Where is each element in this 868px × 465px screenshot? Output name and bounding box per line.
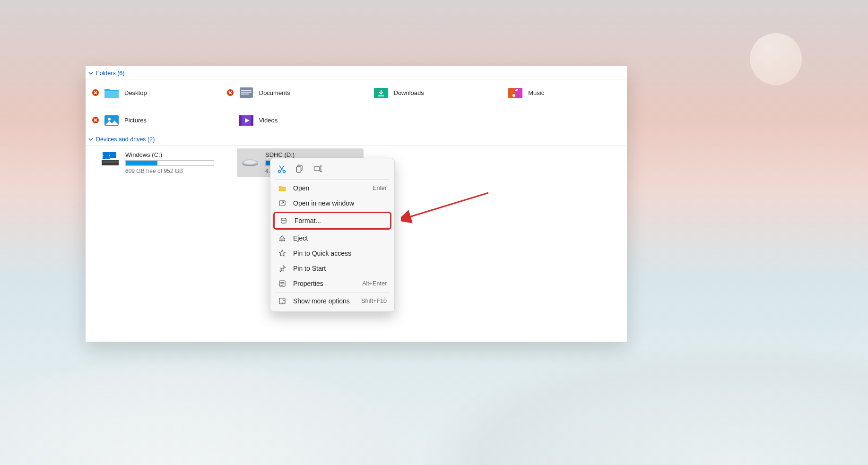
folder-icon	[104, 86, 120, 99]
svg-rect-3	[241, 92, 252, 93]
sync-error-icon	[227, 89, 234, 96]
sdhc-drive-icon	[241, 151, 260, 167]
folder-label: Videos	[259, 117, 278, 124]
folder-documents[interactable]: Documents	[224, 82, 354, 103]
svg-rect-38	[280, 285, 283, 285]
format-icon	[279, 216, 288, 225]
menu-item-eject[interactable]: Eject	[273, 231, 391, 246]
sync-error-icon	[92, 117, 99, 123]
menu-label: Format...	[295, 217, 321, 224]
drive-capacity-bar	[125, 160, 214, 166]
menu-label: Properties	[293, 280, 323, 287]
more-options-icon	[278, 297, 286, 305]
menu-item-properties[interactable]: Properties Alt+Enter	[273, 276, 391, 291]
menu-shortcut: Enter	[373, 185, 387, 191]
menu-shortcut: Shift+F10	[361, 298, 387, 304]
cut-icon[interactable]	[277, 164, 286, 173]
properties-icon	[278, 279, 286, 288]
svg-rect-6	[378, 95, 384, 96]
svg-point-33	[281, 218, 286, 221]
svg-rect-14	[251, 115, 253, 126]
menu-label: Pin to Start	[293, 265, 326, 272]
folder-music[interactable]: Music	[493, 82, 623, 103]
svg-rect-36	[280, 282, 284, 283]
svg-point-41	[282, 303, 283, 304]
svg-point-28	[283, 170, 286, 172]
svg-point-11	[108, 118, 111, 121]
folders-grid: Desktop Documents Downloads	[86, 79, 627, 132]
svg-rect-22	[103, 156, 106, 159]
svg-point-9	[512, 94, 515, 97]
drive-capacity-fill	[126, 161, 157, 165]
svg-point-27	[278, 170, 281, 172]
folder-pictures[interactable]: Pictures	[89, 110, 219, 130]
pictures-folder-icon	[104, 113, 120, 127]
folder-downloads[interactable]: Downloads	[359, 82, 489, 103]
menu-item-show-more-options[interactable]: Show more options Shift+F10	[273, 293, 391, 309]
wallpaper-moon	[750, 33, 802, 85]
open-new-window-icon	[278, 199, 286, 207]
folders-section-title: Folders (6)	[96, 70, 124, 77]
folder-videos[interactable]: Videos	[224, 110, 354, 130]
music-folder-icon	[507, 86, 523, 99]
folder-label: Documents	[259, 89, 290, 96]
downloads-folder-icon	[373, 86, 389, 99]
svg-rect-4	[241, 94, 249, 95]
menu-item-pin-start[interactable]: Pin to Start	[273, 261, 391, 276]
folder-open-icon	[278, 184, 286, 192]
menu-label: Open in new window	[293, 199, 354, 207]
videos-folder-icon	[238, 113, 254, 127]
folder-label: Pictures	[124, 117, 147, 124]
chevron-down-icon	[88, 137, 93, 142]
rename-icon[interactable]	[313, 164, 322, 173]
svg-rect-21	[106, 152, 110, 155]
menu-separator	[275, 292, 390, 293]
svg-point-42	[284, 303, 285, 304]
context-menu-toolbar	[273, 161, 391, 178]
drive-info: Windows (C:) 609 GB free of 952 GB	[125, 151, 220, 174]
svg-rect-2	[241, 90, 252, 91]
folder-label: Downloads	[394, 89, 424, 96]
menu-item-pin-quick-access[interactable]: Pin to Quick access	[273, 246, 391, 261]
svg-rect-0	[104, 91, 119, 98]
pin-icon	[278, 264, 286, 273]
chevron-down-icon	[88, 71, 93, 76]
drive-windows-c[interactable]: Windows (C:) 609 GB free of 952 GB	[97, 148, 224, 177]
svg-rect-23	[106, 156, 110, 159]
svg-rect-37	[280, 284, 284, 284]
sync-error-icon	[92, 89, 99, 96]
drives-section-title: Devices and drives (2)	[96, 136, 155, 143]
copy-icon[interactable]	[295, 164, 304, 173]
svg-point-26	[244, 160, 256, 164]
windows-drive-icon	[101, 151, 120, 167]
folder-label: Music	[528, 89, 544, 96]
documents-folder-icon	[238, 86, 254, 99]
folders-section-header[interactable]: Folders (6)	[86, 67, 627, 79]
drive-name: SDHC (D:)	[265, 151, 360, 158]
menu-label: Open	[293, 184, 309, 192]
svg-rect-18	[110, 152, 116, 158]
drive-free-text: 609 GB free of 952 GB	[125, 168, 220, 174]
svg-rect-34	[280, 240, 285, 241]
menu-item-open-new-window[interactable]: Open in new window	[273, 196, 391, 211]
menu-label: Pin to Quick access	[293, 250, 351, 257]
menu-item-format[interactable]: Format...	[273, 212, 391, 230]
svg-point-40	[281, 303, 282, 304]
menu-label: Show more options	[293, 297, 350, 305]
folder-label: Desktop	[124, 89, 147, 96]
drive-name: Windows (C:)	[125, 151, 220, 158]
menu-shortcut: Alt+Enter	[362, 280, 387, 287]
star-icon	[278, 249, 286, 258]
menu-label: Eject	[293, 234, 308, 242]
menu-separator	[275, 179, 390, 180]
svg-rect-16	[103, 161, 118, 163]
folder-desktop[interactable]: Desktop	[89, 82, 219, 103]
menu-item-open[interactable]: Open Enter	[273, 181, 391, 196]
svg-rect-31	[314, 167, 320, 171]
svg-rect-13	[239, 115, 242, 126]
svg-rect-20	[103, 152, 106, 155]
svg-rect-30	[296, 167, 301, 172]
eject-icon	[278, 234, 286, 242]
context-menu: Open Enter Open in new window Format... …	[270, 158, 395, 312]
drives-section-header[interactable]: Devices and drives (2)	[86, 133, 627, 146]
